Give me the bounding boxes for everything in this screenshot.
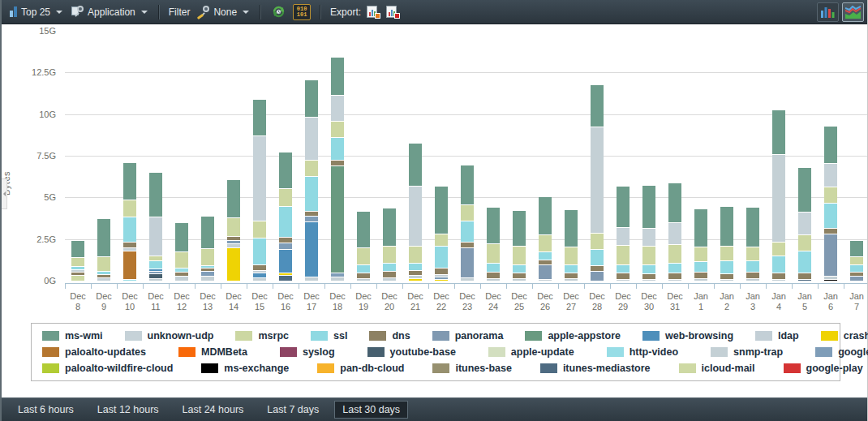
bar-segment-dns[interactable] [383,271,396,277]
bar-segment-msrpc[interactable] [175,251,188,268]
legend-item-unknown-udp[interactable]: unknown-udp [125,330,214,342]
stacked-bar-dec-22[interactable] [435,186,448,281]
bar-segment-snmp-trap[interactable] [591,127,604,233]
bar-segment-ssl[interactable] [772,256,785,273]
bar-segment-unknown-udp[interactable] [331,95,344,121]
bar-segment-ssl[interactable] [331,137,344,160]
stacked-bar-dec-13[interactable] [201,216,214,281]
bar-segment-ms-wmi[interactable] [279,152,292,188]
legend-item-panorama[interactable]: panorama [432,330,504,342]
bar-segment-msrpc[interactable] [487,243,500,263]
legend-item-crashplan[interactable]: crashplan [821,330,868,342]
stacked-bar-dec-20[interactable] [383,208,396,281]
bar-segment-ms-wmi[interactable] [305,79,318,117]
legend-item-paloalto-updates[interactable]: paloalto-updates [42,346,146,358]
bar-segment-msrpc[interactable] [798,234,811,251]
bar-segment-ssl[interactable] [487,263,500,272]
bar-segment-ssl[interactable] [305,176,318,211]
stacked-bar-dec-29[interactable] [617,186,630,281]
bar-segment-ms-wmi[interactable] [435,186,448,234]
bar-segment-itunes-mediastore[interactable] [279,275,292,281]
bar-segment-ms-wmi[interactable] [850,240,863,256]
bar-segment-snmp-trap[interactable] [642,279,655,281]
stacked-bar-dec-14[interactable] [227,179,240,281]
legend-item-ms-exchange[interactable]: ms-exchange [201,363,289,374]
stacked-bar-jan-4[interactable] [772,110,785,281]
bar-segment-http-video[interactable] [123,279,136,281]
bar-segment-msrpc[interactable] [409,246,422,263]
area-chart-view-button[interactable] [842,2,864,22]
bar-segment-dns[interactable] [824,228,837,234]
legend-item-ssl[interactable]: ssl [311,330,347,342]
bar-segment-ms-wmi[interactable] [487,207,500,243]
bar-segment-snmp-trap[interactable] [149,278,162,281]
bar-segment-msrpc[interactable] [642,246,655,264]
bar-segment-snmp-trap[interactable] [97,277,110,281]
bar-segment-dns[interactable] [513,273,526,278]
bar-segment-dns[interactable] [798,273,811,279]
stacked-bar-dec-9[interactable] [97,218,110,281]
bar-segment-dns[interactable] [617,273,630,279]
bar-segment-web-browsing[interactable] [279,249,292,273]
scheduled-refresh-button[interactable] [270,3,287,20]
bar-segment-ssl[interactable] [435,246,448,268]
bar-segment-snmp-trap[interactable] [772,154,785,242]
bar-segment-ms-wmi[interactable] [383,208,396,246]
bar-segment-google-base[interactable] [279,243,292,249]
stacked-bar-dec-19[interactable] [357,211,370,281]
bar-segment-snmp-trap[interactable] [746,278,759,281]
bar-segment-dns[interactable] [694,272,707,278]
bar-segment-dns[interactable] [642,273,655,279]
bar-segment-snmp-trap[interactable] [305,277,318,281]
bar-segment-panorama[interactable] [539,264,552,279]
bar-segment-snmp-trap[interactable] [357,278,370,281]
bar-chart-view-button[interactable] [817,2,839,22]
bar-segment-snmp-trap[interactable] [383,277,396,281]
bar-segment-unknown-udp[interactable] [668,222,681,244]
legend-item-snmp-trap[interactable]: snmp-trap [711,346,783,358]
bar-segment-ssl[interactable] [642,264,655,273]
export-pdf-button[interactable] [386,6,400,19]
bar-segment-ssl[interactable] [720,260,733,273]
bar-segment-ms-exchange[interactable] [824,279,837,281]
bar-segment-ldap[interactable] [772,279,785,281]
bar-segment-snmp-trap[interactable] [720,279,733,281]
bar-segment-ssl[interactable] [617,264,630,273]
stacked-bar-jan-2[interactable] [720,206,733,281]
bar-segment-msrpc[interactable] [383,246,396,263]
legend-item-itunes-mediastore[interactable]: itunes-mediastore [540,363,651,374]
time-range-last-6-hours[interactable]: Last 6 hours [10,401,82,419]
bar-segment-unknown-udp[interactable] [798,212,811,234]
bar-segment-snmp-trap[interactable] [331,277,344,281]
stacked-bar-dec-21[interactable] [409,143,422,281]
bar-segment-ms-wmi[interactable] [97,218,110,256]
bar-segment-msrpc[interactable] [591,233,604,249]
bar-segment-snmp-trap[interactable] [668,279,681,281]
bar-segment-msrpc[interactable] [123,200,136,217]
bar-segment-unknown-udp[interactable] [253,135,266,221]
stacked-bar-dec-18[interactable] [331,57,344,281]
bar-segment-ms-wmi[interactable] [461,165,474,204]
bar-segment-ms-wmi[interactable] [201,216,214,248]
bar-segment-msrpc[interactable] [720,246,733,260]
bar-segment-msrpc[interactable] [668,244,681,263]
bar-segment-ms-wmi[interactable] [539,196,552,234]
legend-item-ldap[interactable]: ldap [755,330,799,342]
bar-segment-ssl[interactable] [409,263,422,270]
sidebar-collapse-handle[interactable] [2,178,7,209]
bar-segment-crashplan[interactable] [227,247,240,281]
bar-segment-panorama[interactable] [461,247,474,277]
bar-segment-dns[interactable] [331,160,344,165]
bar-segment-snmp-trap[interactable] [513,278,526,281]
stacked-bar-dec-27[interactable] [565,209,578,281]
stacked-bar-dec-10[interactable] [123,162,136,281]
bar-segment-paloalto-updates[interactable] [123,251,136,279]
bar-segment-ldap[interactable] [149,217,162,256]
bar-segment-ssl[interactable] [149,260,162,268]
bar-segment-ssl[interactable] [591,249,604,265]
raw-data-button[interactable]: 010 101 [293,4,311,20]
bar-segment-unknown-udp[interactable] [617,227,630,245]
legend-item-apple-appstore[interactable]: apple-appstore [525,330,621,342]
bar-segment-msrpc[interactable] [97,256,110,271]
bar-segment-msrpc[interactable] [201,248,214,265]
